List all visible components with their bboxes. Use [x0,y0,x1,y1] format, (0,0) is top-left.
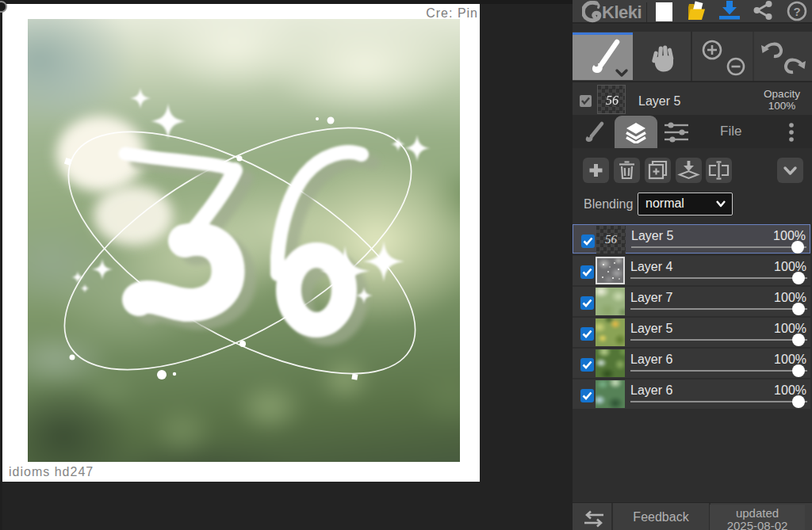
svg-text:Kleki: Kleki [602,2,642,22]
svg-text:?: ? [793,5,800,18]
